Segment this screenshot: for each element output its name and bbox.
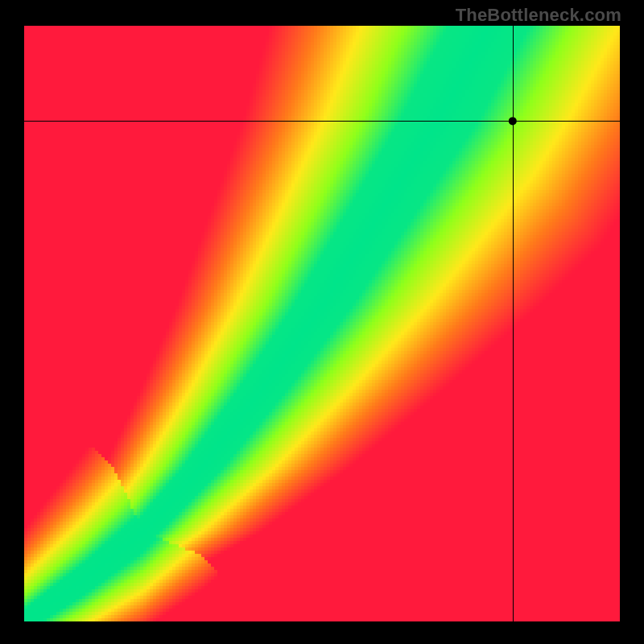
app-frame: TheBottleneck.com xyxy=(0,0,644,644)
heatmap-plot xyxy=(24,26,620,621)
heatmap-canvas xyxy=(24,26,620,621)
watermark-text: TheBottleneck.com xyxy=(456,5,621,26)
